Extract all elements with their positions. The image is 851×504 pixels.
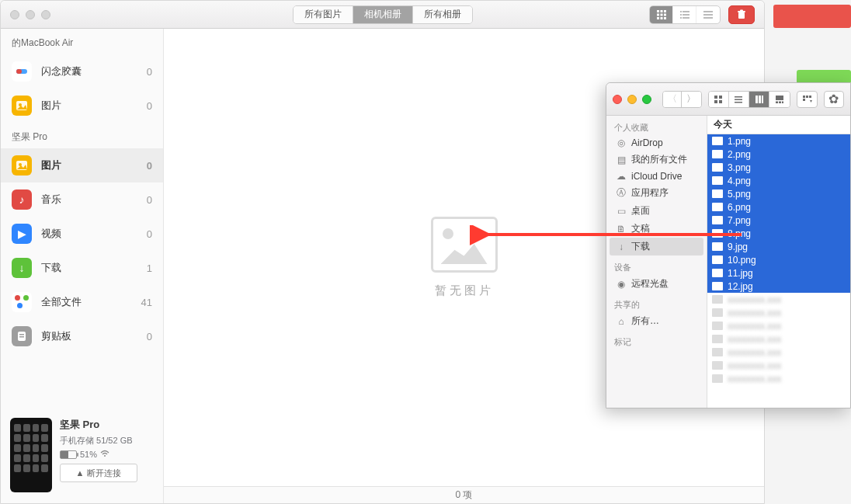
finder-group-head: 今天 — [707, 116, 850, 134]
finder-file-row[interactable]: 11.jpg — [707, 266, 850, 280]
finder-side-item[interactable]: Ⓐ应用程序 — [606, 184, 707, 202]
empty-text: 暂无图片 — [435, 283, 494, 298]
file-name: 2.png — [728, 149, 751, 160]
arrange-button[interactable] — [797, 91, 817, 108]
minimize-icon[interactable] — [627, 95, 637, 104]
sidebar-item-all-files[interactable]: 全部文件 41 — [1, 285, 163, 319]
action-button[interactable]: ✿ — [824, 91, 844, 108]
device-name: 坚果 Pro — [60, 418, 154, 432]
sidebar-item-music[interactable]: ♪ 音乐 0 — [1, 182, 163, 217]
sidebar-item-count: 0 — [147, 100, 152, 112]
finder-file-row[interactable]: 12.jpg — [707, 280, 850, 293]
finder-side-label: 应用程序 — [631, 186, 669, 200]
forward-button[interactable]: 〉 — [682, 92, 700, 107]
finder-file-row[interactable]: xxxxxxxx.xxx — [707, 319, 850, 332]
finder-file-row[interactable]: xxxxxxxx.xxx — [707, 293, 850, 306]
list-view-icon[interactable] — [729, 92, 749, 107]
svg-rect-3 — [657, 13, 659, 16]
delete-button[interactable] — [728, 5, 755, 24]
svg-rect-46 — [806, 96, 808, 98]
finder-file-row[interactable]: 1.png — [707, 134, 850, 148]
svg-rect-29 — [19, 336, 24, 338]
finder-file-row[interactable]: xxxxxxxx.xxx — [707, 359, 850, 372]
file-thumb-icon — [712, 308, 723, 317]
all-files-icon — [12, 292, 32, 312]
list-view-icon[interactable] — [673, 6, 696, 23]
finder-side-label: 文稿 — [631, 222, 650, 235]
sidebar-item-capsule[interactable]: 闪念胶囊 0 — [1, 54, 163, 89]
photos-icon — [12, 96, 32, 116]
finder-side-label: AirDrop — [631, 137, 663, 148]
finder-file-row[interactable]: xxxxxxxx.xxx — [707, 332, 850, 346]
sidebar-item-label: 音乐 — [41, 193, 61, 207]
finder-file-row[interactable]: 4.png — [707, 174, 850, 187]
finder-file-row[interactable]: 7.png — [707, 214, 850, 227]
svg-rect-34 — [719, 100, 722, 103]
clipboard-icon — [12, 326, 32, 346]
close-icon[interactable] — [613, 95, 622, 104]
svg-point-24 — [19, 103, 22, 106]
finder-file-row[interactable]: 3.png — [707, 161, 850, 174]
file-thumb-icon — [712, 203, 723, 211]
svg-rect-5 — [664, 13, 666, 16]
finder-side-item[interactable]: ☁iCloud Drive — [606, 169, 707, 184]
sidebar-item-video[interactable]: ▶ 视频 0 — [1, 217, 163, 251]
zoom-icon[interactable] — [41, 10, 50, 19]
finder-file-row[interactable]: 9.jpg — [707, 240, 850, 253]
finder-side-item[interactable]: ↓下载 — [610, 238, 703, 255]
finder-file-row[interactable]: xxxxxxxx.xxx — [707, 346, 850, 359]
gallery-view-icon[interactable] — [769, 92, 790, 107]
finder-side-item[interactable]: ◎AirDrop — [606, 135, 707, 151]
tab-all-photos[interactable]: 所有图片 — [294, 6, 353, 23]
sidebar-item-count: 0 — [147, 331, 152, 342]
finder-file-row[interactable]: xxxxxxxx.xxx — [707, 372, 850, 385]
finder-window: 〈 〉 ✿ 个人收藏 ◎AirDrop▤我的所有文件☁iCloud DriveⒶ… — [606, 82, 851, 408]
photos-icon — [12, 155, 32, 176]
finder-side-item[interactable]: ▤我的所有文件 — [606, 151, 707, 169]
finder-file-row[interactable]: 2.png — [707, 148, 850, 161]
sidebar-item-clipboard[interactable]: 剪贴板 0 — [1, 319, 163, 353]
finder-side-item[interactable]: 🗎文稿 — [606, 220, 707, 238]
sidebar-item-photos-phone[interactable]: 图片 0 — [1, 148, 163, 182]
file-name: 1.png — [728, 136, 751, 147]
finder-file-row[interactable]: 6.png — [707, 200, 850, 214]
finder-side-label: iCloud Drive — [631, 171, 682, 182]
app-titlebar: 所有图片 相机相册 所有相册 — [1, 1, 764, 29]
finder-side-item[interactable]: ▭桌面 — [606, 202, 707, 220]
sidebar-item-label: 剪贴板 — [41, 329, 71, 343]
sidebar-item-photos-mac[interactable]: 图片 0 — [1, 89, 163, 123]
finder-file-row[interactable]: 10.png — [707, 253, 850, 266]
tab-camera-album[interactable]: 相机相册 — [353, 6, 413, 23]
file-thumb-icon — [712, 242, 723, 251]
compact-view-icon[interactable] — [696, 6, 720, 23]
close-icon[interactable] — [10, 10, 19, 19]
svg-rect-10 — [683, 11, 689, 12]
zoom-icon[interactable] — [642, 95, 651, 104]
icon-view-icon[interactable] — [709, 92, 729, 107]
view-controls — [649, 5, 755, 24]
finder-file-row[interactable]: 8.png — [707, 227, 850, 240]
finder-side-item[interactable]: ◉远程光盘 — [606, 275, 707, 293]
file-thumb-icon — [712, 163, 723, 172]
finder-file-row[interactable]: 5.png — [707, 187, 850, 200]
back-button[interactable]: 〈 — [663, 92, 682, 107]
svg-rect-28 — [19, 334, 24, 335]
finder-side-item[interactable]: ⌂所有… — [606, 312, 707, 330]
tab-all-albums[interactable]: 所有相册 — [413, 6, 472, 23]
sidebar-item-downloads[interactable]: ↓ 下载 1 — [1, 251, 163, 285]
sidebar-item-count: 0 — [147, 228, 152, 240]
file-thumb-icon — [712, 322, 723, 330]
disconnect-button[interactable]: ▲ 断开连接 — [60, 464, 137, 482]
file-thumb-icon — [712, 335, 723, 343]
minimize-icon[interactable] — [26, 10, 35, 19]
grid-view-icon[interactable] — [650, 6, 673, 23]
finder-file-row[interactable]: xxxxxxxx.xxx — [707, 306, 850, 319]
column-view-icon[interactable] — [749, 92, 769, 107]
device-info: 坚果 Pro 手机存储 51/52 GB 51% ▲ 断开连接 — [60, 418, 154, 492]
device-image — [10, 418, 52, 492]
svg-rect-31 — [714, 96, 717, 99]
finder-side-shared-head: 共享的 — [606, 293, 707, 312]
svg-rect-32 — [719, 96, 722, 99]
svg-rect-6 — [657, 17, 659, 19]
finder-side-label: 远程光盘 — [631, 277, 669, 290]
